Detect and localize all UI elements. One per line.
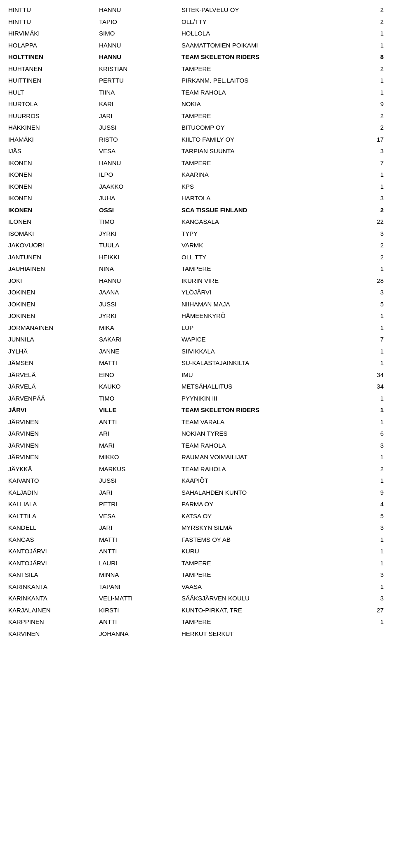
- table-row: JAKOVUORITUULAVARMK2: [8, 240, 388, 251]
- team-name: KAARINA: [182, 170, 363, 180]
- table-row: KANGASMATTIFASTEMS OY AB1: [8, 534, 388, 546]
- last-name: JÄRVELÄ: [8, 382, 99, 391]
- entry-number: 2: [363, 465, 388, 474]
- first-name: ILPO: [99, 170, 182, 180]
- entry-number: 34: [363, 382, 388, 391]
- last-name: KARJALAINEN: [8, 606, 99, 615]
- table-row: HOLAPPAHANNUSAAMATTOMIEN POIKAMI1: [8, 40, 388, 52]
- team-name: VARMK: [182, 241, 363, 250]
- last-name: JÄRVINEN: [8, 429, 99, 439]
- entry-number: 1: [363, 417, 388, 427]
- table-row: ISOMÄKIJYRKITYPY3: [8, 228, 388, 240]
- first-name: JUHA: [99, 194, 182, 203]
- last-name: HIRVIMÄKI: [8, 29, 99, 38]
- first-name: TIMO: [99, 394, 182, 403]
- table-row: IHAMÄKIRISTOKIILTO FAMILY OY17: [8, 134, 388, 146]
- table-row: HINTTUHANNUSITEK-PALVELU OY2: [8, 4, 388, 16]
- table-row: HÄKKINENJUSSIBITUCOMP OY2: [8, 122, 388, 134]
- first-name: MIKA: [99, 323, 182, 333]
- team-name: RAUMAN VOIMAILIJAT: [182, 453, 363, 462]
- last-name: JÄRVINEN: [8, 417, 99, 427]
- entry-number: 8: [363, 52, 388, 62]
- last-name: KAIVANTO: [8, 476, 99, 486]
- table-row: HUURROSJARITAMPERE2: [8, 110, 388, 122]
- table-row: JÄMSENMATTISU-KALASTAJAINKILTA1: [8, 357, 388, 369]
- last-name: ISOMÄKI: [8, 229, 99, 239]
- last-name: JÄRVINEN: [8, 441, 99, 451]
- team-name: TAMPERE: [182, 617, 363, 627]
- last-name: KARINKANTA: [8, 594, 99, 603]
- table-row: JANTUNENHEIKKIOLL TTY2: [8, 251, 388, 263]
- entry-number: 1: [363, 617, 388, 627]
- team-name: SÄÄKSJÄRVEN KOULU: [182, 594, 363, 603]
- first-name: RISTO: [99, 135, 182, 145]
- table-row: JÄRVELÄEINOIMU34: [8, 369, 388, 381]
- first-name: JARI: [99, 523, 182, 533]
- entry-number: 1: [363, 582, 388, 592]
- last-name: JOKINEN: [8, 288, 99, 297]
- first-name: TIMO: [99, 217, 182, 227]
- first-name: TUULA: [99, 241, 182, 250]
- first-name: JAAKKO: [99, 182, 182, 192]
- first-name: JARI: [99, 111, 182, 121]
- first-name: JUSSI: [99, 123, 182, 133]
- first-name: JYRKI: [99, 311, 182, 321]
- team-name: KIILTO FAMILY OY: [182, 135, 363, 145]
- last-name: KARINKANTA: [8, 582, 99, 592]
- first-name: TIINA: [99, 88, 182, 97]
- first-name: KRISTIAN: [99, 64, 182, 74]
- entry-number: 1: [363, 559, 388, 568]
- team-name: MYRSKYN SILMÄ: [182, 523, 363, 533]
- team-name: KÄÄPIÖT: [182, 476, 363, 486]
- team-name: OLL/TTY: [182, 17, 363, 27]
- first-name: JOHANNA: [99, 629, 182, 639]
- team-name: TEAM SKELETON RIDERS: [182, 406, 363, 415]
- team-name: TAMPERE: [182, 64, 363, 74]
- entry-number: 2: [363, 111, 388, 121]
- team-name: HERKUT SERKUT: [182, 629, 363, 639]
- first-name: HEIKKI: [99, 253, 182, 262]
- last-name: IKONEN: [8, 206, 99, 215]
- team-name: HOLLOLA: [182, 29, 363, 38]
- team-name: KUNTO-PIRKAT, TRE: [182, 606, 363, 615]
- entry-number: 2: [363, 253, 388, 262]
- team-name: TAMPERE: [182, 159, 363, 168]
- first-name: KAUKO: [99, 382, 182, 391]
- team-name: TARPIAN SUUNTA: [182, 147, 363, 156]
- entry-number: 1: [363, 182, 388, 192]
- first-name: LAURI: [99, 559, 182, 568]
- table-row: HURTOLAKARINOKIA9: [8, 98, 388, 110]
- first-name: OSSI: [99, 206, 182, 215]
- team-name: SU-KALASTAJAINKILTA: [182, 358, 363, 368]
- last-name: KANTOJÄRVI: [8, 547, 99, 556]
- entry-number: 1: [363, 358, 388, 368]
- entry-number: 1: [363, 264, 388, 274]
- first-name: TAPIO: [99, 17, 182, 27]
- entry-number: 4: [363, 500, 388, 509]
- last-name: KALJADIN: [8, 488, 99, 498]
- table-row: JÄRVINENMIKKORAUMAN VOIMAILIJAT1: [8, 451, 388, 463]
- last-name: HOLAPPA: [8, 41, 99, 50]
- entry-number: 34: [363, 370, 388, 380]
- last-name: JYLHÄ: [8, 347, 99, 356]
- entry-number: 1: [363, 88, 388, 97]
- first-name: PETRI: [99, 500, 182, 509]
- table-row: KALLIALAPETRIPARMA OY4: [8, 498, 388, 510]
- team-name: WAPICE: [182, 335, 363, 344]
- last-name: IHAMÄKI: [8, 135, 99, 145]
- first-name: MIKKO: [99, 453, 182, 462]
- entry-number: 7: [363, 159, 388, 168]
- team-name: PYYNIKIN III: [182, 394, 363, 403]
- entry-number: 3: [363, 288, 388, 297]
- team-name: IKURIN VIRE: [182, 276, 363, 286]
- table-row: HUITTINENPERTTUPIRKANM. PEL.LAITOS1: [8, 75, 388, 87]
- table-row: JÄYKKÄMARKUSTEAM RAHOLA2: [8, 463, 388, 475]
- table-row: JOKINENJAANAYLÖJÄRVI3: [8, 287, 388, 299]
- team-name: TEAM SKELETON RIDERS: [182, 52, 363, 62]
- first-name: ARI: [99, 429, 182, 439]
- first-name: EINO: [99, 370, 182, 380]
- last-name: JÄMSEN: [8, 358, 99, 368]
- last-name: KANTOJÄRVI: [8, 559, 99, 568]
- last-name: HURTOLA: [8, 100, 99, 109]
- table-row: HULTTIINATEAM RAHOLA1: [8, 87, 388, 99]
